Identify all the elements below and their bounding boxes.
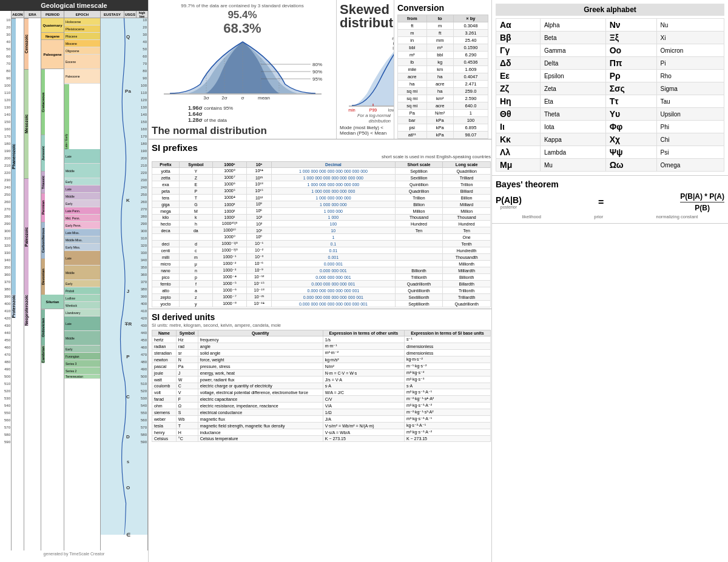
derived-h-base: Expression in terms of SI base units	[404, 330, 490, 336]
conv-header-to: to	[426, 15, 453, 22]
conv-row: bblm³0.1590	[398, 44, 488, 52]
top-section: 99.7% of the data are contained by 3 sta…	[149, 0, 491, 139]
conv-row: mft3.261	[398, 30, 488, 37]
si-prefix-row: kilok1000¹10³1 000ThousandThousand	[152, 215, 491, 221]
si-prefix-row: centic1000⁻²/³10⁻²0.01Hundredth	[152, 247, 491, 254]
derived-row: faradFelectric capacitanceC/Vm⁻²·kg⁻¹·s⁴…	[152, 396, 491, 403]
greek-row: ΘθThetaΥυUpsilon	[496, 108, 724, 121]
si-prefix-row: petaP1000⁵10¹⁵1 000 000 000 000 000Quadr…	[152, 188, 491, 195]
svg-text:P99: P99	[369, 108, 377, 112]
conv-row: psikPa6.895	[398, 124, 488, 132]
si-prefix-title: SI prefixes	[152, 142, 491, 153]
derived-row: steradiansrsolid anglem²·m⁻²dimensionles…	[152, 350, 491, 356]
conv-row: sq miacre640.0	[398, 102, 488, 110]
greek-row: ΙιIotaΦφPhi	[496, 121, 724, 133]
derived-row: teslaTmagnetic field strength, magnetic …	[152, 423, 491, 429]
si-derived-section: SI derived units SI units: metre, kilogr…	[149, 309, 491, 562]
derived-h-qty: Quantity	[198, 330, 323, 336]
si-prefix-row: exaE1000⁶10¹⁸1 000 000 000 000 000 000Qu…	[152, 181, 491, 188]
conv-row: ftm0.3048	[398, 22, 488, 30]
si-prefix-row: gigaG1000³10⁹1 000 000 000BillionMilliar…	[152, 201, 491, 208]
si-prefix-row: megaM1000²10⁶1 000 000MillionMillion	[152, 208, 491, 215]
greek-alphabet-section: Greek alphabet ΑαAlphaΝνNuΒβBetaΞξXiΓγGa…	[492, 0, 728, 176]
si-prefix-row: zettaZ1000⁷10²¹1 000 000 000 000 000 000…	[152, 175, 491, 181]
si-prefix-row: decid1000⁻¹/³10⁻¹0.1Tenth	[152, 241, 491, 247]
skewed-dist-area: Skeweddistributions area A = area B mode…	[337, 0, 394, 139]
si-derived-subtitle: SI units: metre, kilogram, second, kelvi…	[152, 323, 491, 328]
derived-row: Celsius°CCelsius temperatureK − 273.15K …	[152, 436, 491, 442]
greek-row: ΗηEtaΤτTau	[496, 95, 724, 108]
si-prefix-row: yottaY1000⁸10²⁴1 000 000 000 000 000 000…	[152, 168, 491, 175]
conversion-title: Conversion	[397, 3, 488, 13]
conv-row: milekm1.609	[398, 66, 488, 73]
greek-row: ΜμMuΩωOmega	[496, 159, 724, 172]
bayes-labels: likelihood prior normalizing constant	[496, 214, 724, 219]
conv-row: inmm25.40	[398, 37, 488, 44]
greek-table: ΑαAlphaΝνNuΒβBetaΞξXiΓγGammaΟοOmicronΔδD…	[496, 18, 724, 172]
skewed-title: Skeweddistributions	[340, 3, 391, 30]
si-prefix-row: 1000⁰10⁰1One	[152, 234, 491, 241]
svg-text:80%: 80%	[312, 62, 322, 67]
si-prefix-h3: 1000ⁿ	[212, 162, 246, 168]
normal-dist-title: The normal distribution	[152, 125, 333, 137]
si-prefix-h6: Short scale	[395, 162, 443, 168]
skewed-dist-chart: area A = area B mode most likely mean av…	[340, 33, 394, 112]
svg-text:low: low	[388, 108, 394, 112]
conv-row: sq mikm²2.590	[398, 95, 488, 102]
greek-row: ΒβBetaΞξXi	[496, 32, 724, 44]
short-scale-note: short scale is used in most English-spea…	[152, 154, 491, 159]
si-prefix-row: attoa1000⁻⁶10⁻¹⁸0.000 000 000 000 000 00…	[152, 287, 491, 294]
derived-h-sym: Symbol	[176, 330, 198, 336]
si-prefix-h7: Long scale	[443, 162, 491, 168]
derived-h-other: Expression in terms of other units	[323, 330, 404, 336]
derived-row: siemensSelectrical conductance1/Ωm⁻²·kg⁻…	[152, 409, 491, 416]
si-prefix-section: SI prefixes short scale is used in most …	[149, 139, 491, 309]
greek-row: ΑαAlphaΝνNu	[496, 19, 724, 32]
si-prefix-h4: 10ⁿ	[247, 162, 272, 168]
derived-row: newtonNforce, weightkg·m/s²kg·m·s⁻²	[152, 356, 491, 363]
si-prefix-row: femtof1000⁻⁵10⁻¹⁵0.000 000 000 000 001Qu…	[152, 281, 491, 287]
normal-dist-area: 99.7% of the data are contained by 3 sta…	[149, 0, 337, 139]
conv-row: atl¹¹kPa98.07	[398, 132, 488, 139]
conversion-section: Conversion from to × by ftm0.3048mft3.26…	[394, 0, 491, 139]
svg-text:mean: mean	[258, 95, 270, 101]
normal-header-text: 99.7% of the data are contained by 3 sta…	[152, 3, 333, 8]
greek-row: ΓγGammaΟοOmicron	[496, 44, 724, 57]
bayes-posterior-area: P(A|B) posterior	[496, 195, 522, 209]
svg-text:σ: σ	[241, 95, 244, 101]
pct-68-label: 68.3%	[152, 21, 333, 36]
si-prefix-row: hectoh1000²⁰/³10²100HundredHundred	[152, 221, 491, 227]
derived-row: voltVvoltage, electrical potential diffe…	[152, 389, 491, 396]
si-prefix-h1: Prefix	[152, 162, 180, 168]
geo-generated: generated by TimeScale Creator	[0, 550, 148, 557]
conv-row: acreha0.4047	[398, 73, 488, 81]
si-prefix-h5: Decimal	[272, 162, 396, 168]
svg-text:3σ: 3σ	[203, 95, 209, 101]
geological-timescale-panel: Geological timescale 10 20 30 40 50 60 7…	[0, 0, 149, 562]
conv-row: lbkg0.4536	[398, 59, 488, 66]
log-normal-note: For a log-normal distribution	[340, 113, 391, 124]
bayes-title: Bayes' theorem	[496, 179, 724, 189]
greek-row: ΕεEpsilonΡρRho	[496, 70, 724, 82]
si-prefix-row: nanon1000⁻³10⁻⁹0.000 000 001BillionthMil…	[152, 267, 491, 274]
normal-dist-chart: 3σ 2σ σ mean 80% 90% 95%	[152, 36, 334, 102]
derived-row: pascalPapressure, stressN/m²m⁻¹·kg·s⁻²	[152, 363, 491, 370]
conv-row: m³bbl6.290	[398, 52, 488, 59]
bayes-theorem-section: Bayes' theorem P(A|B) posterior = P(B|A)…	[492, 176, 728, 224]
greek-row: ΚκKappaΧχChi	[496, 133, 724, 146]
pct-95-label: 95.4%	[152, 10, 333, 21]
svg-text:95%: 95%	[312, 76, 322, 82]
center-content: 99.7% of the data are contained by 3 sta…	[149, 0, 491, 562]
derived-row: ohmΩelectric resistance, impedance, reac…	[152, 403, 491, 409]
conversion-table: from to × by ftm0.3048mft3.261inmm25.40b…	[397, 15, 488, 139]
derived-row: coulombCelectric charge or quantity of e…	[152, 383, 491, 389]
mode-median-mean: Mode (most likely) < Median (P50) < Mean	[340, 125, 391, 136]
conv-row: PaN/m²1	[398, 110, 488, 117]
geo-title: Geological timescale	[0, 0, 148, 11]
si-prefix-h2: Symbol	[179, 162, 212, 168]
si-prefix-row: zeptoz1000⁻⁷10⁻²¹0.000 000 000 000 000 0…	[152, 294, 491, 301]
si-prefix-row: teraT1000⁴10¹²1 000 000 000 000TrillionB…	[152, 195, 491, 201]
si-prefix-row: millim1000⁻¹10⁻³0.001Thousandth	[152, 254, 491, 261]
si-prefix-row: picop1000⁻⁴10⁻¹²0.000 000 000 001Trillio…	[152, 274, 491, 281]
bayes-formula-area: P(A|B) posterior = P(B|A) * P(A) P(B)	[496, 192, 724, 212]
